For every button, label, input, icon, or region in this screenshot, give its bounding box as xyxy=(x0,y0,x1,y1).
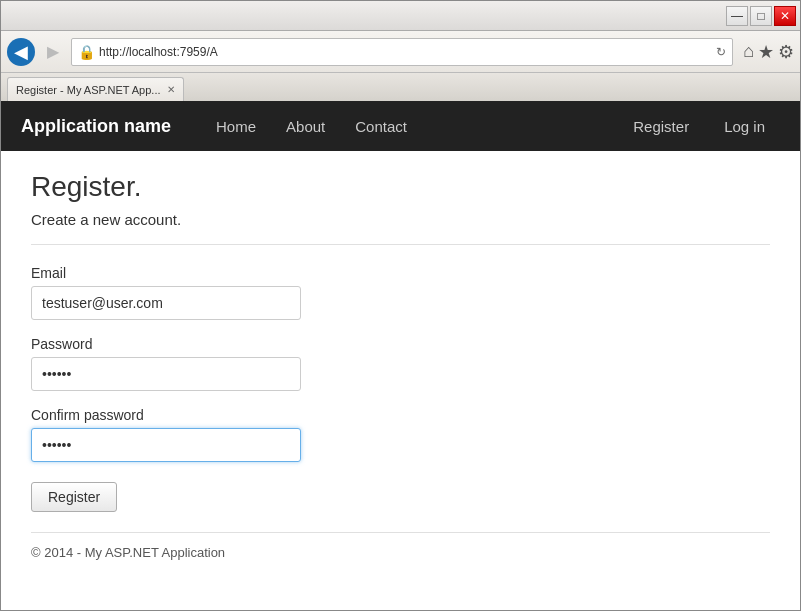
tab-close-button[interactable]: ✕ xyxy=(167,84,175,95)
address-text: http://localhost:7959/A xyxy=(99,45,712,59)
nav-right: Register Log in xyxy=(618,103,780,150)
password-group: Password xyxy=(31,336,770,391)
tab-title: Register - My ASP.NET App... xyxy=(16,84,161,96)
register-submit-button[interactable]: Register xyxy=(31,482,117,512)
address-icon: 🔒 xyxy=(78,44,95,60)
close-button[interactable]: ✕ xyxy=(774,6,796,26)
browser-window: — □ ✕ ◀ ▶ 🔒 http://localhost:7959/A ↻ ⌂ … xyxy=(0,0,801,611)
nav-link-about[interactable]: About xyxy=(271,103,340,150)
back-button[interactable]: ◀ xyxy=(7,38,35,66)
confirm-password-group: Confirm password xyxy=(31,407,770,462)
email-group: Email xyxy=(31,265,770,320)
favorites-icon[interactable]: ★ xyxy=(758,41,774,63)
email-input[interactable] xyxy=(31,286,301,320)
app-navbar: Application name Home About Contact Regi… xyxy=(1,101,800,151)
tab-bar: Register - My ASP.NET App... ✕ xyxy=(1,73,800,101)
password-input[interactable] xyxy=(31,357,301,391)
nav-link-register[interactable]: Register xyxy=(618,103,704,150)
browser-toolbar: ◀ ▶ 🔒 http://localhost:7959/A ↻ ⌂ ★ ⚙ xyxy=(1,31,800,73)
window-controls: — □ ✕ xyxy=(726,6,796,26)
divider xyxy=(31,244,770,245)
email-label: Email xyxy=(31,265,770,281)
confirm-password-label: Confirm password xyxy=(31,407,770,423)
active-tab[interactable]: Register - My ASP.NET App... ✕ xyxy=(7,77,184,101)
title-bar: — □ ✕ xyxy=(1,1,800,31)
app-brand[interactable]: Application name xyxy=(21,116,171,137)
forward-button[interactable]: ▶ xyxy=(39,38,67,66)
page-subtitle: Create a new account. xyxy=(31,211,770,228)
address-refresh[interactable]: ↻ xyxy=(716,45,726,59)
confirm-password-input[interactable] xyxy=(31,428,301,462)
address-bar[interactable]: 🔒 http://localhost:7959/A ↻ xyxy=(71,38,733,66)
nav-link-login[interactable]: Log in xyxy=(709,103,780,150)
nav-link-contact[interactable]: Contact xyxy=(340,103,422,150)
browser-right-icons: ⌂ ★ ⚙ xyxy=(743,41,794,63)
nav-link-home[interactable]: Home xyxy=(201,103,271,150)
minimize-button[interactable]: — xyxy=(726,6,748,26)
home-icon[interactable]: ⌂ xyxy=(743,41,754,62)
page-title: Register. xyxy=(31,171,770,203)
password-label: Password xyxy=(31,336,770,352)
footer: © 2014 - My ASP.NET Application xyxy=(31,532,770,560)
maximize-button[interactable]: □ xyxy=(750,6,772,26)
register-form: Email Password Confirm password Register xyxy=(31,265,770,512)
main-content: Register. Create a new account. Email Pa… xyxy=(1,151,800,610)
settings-icon[interactable]: ⚙ xyxy=(778,41,794,63)
footer-text: © 2014 - My ASP.NET Application xyxy=(31,545,225,560)
nav-links: Home About Contact xyxy=(201,103,422,150)
